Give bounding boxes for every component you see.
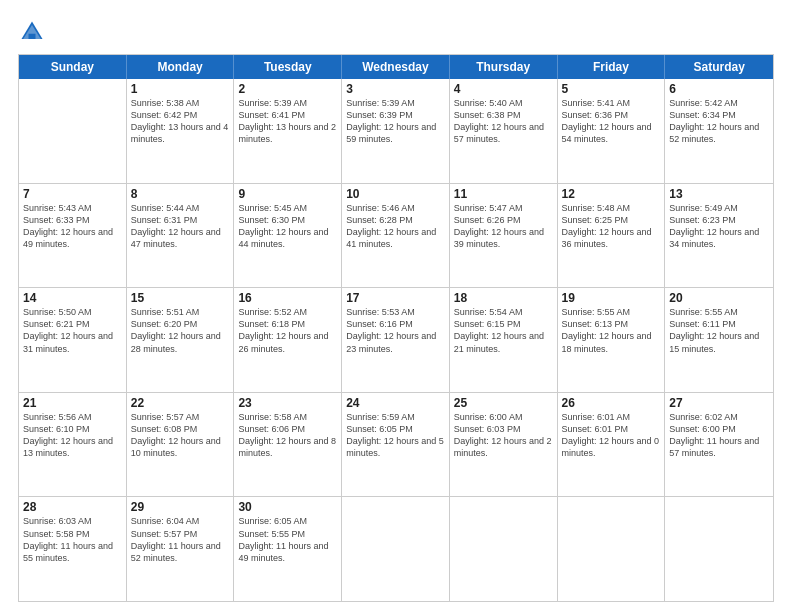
calendar-cell-day-1: 1Sunrise: 5:38 AMSunset: 6:42 PMDaylight… (127, 79, 235, 183)
calendar-cell-day-14: 14Sunrise: 5:50 AMSunset: 6:21 PMDayligh… (19, 288, 127, 392)
day-number: 24 (346, 396, 445, 410)
cell-info: Sunrise: 5:51 AMSunset: 6:20 PMDaylight:… (131, 306, 230, 355)
cell-info: Sunrise: 5:50 AMSunset: 6:21 PMDaylight:… (23, 306, 122, 355)
calendar-cell-empty (665, 497, 773, 601)
day-number: 18 (454, 291, 553, 305)
calendar-cell-day-6: 6Sunrise: 5:42 AMSunset: 6:34 PMDaylight… (665, 79, 773, 183)
cell-info: Sunrise: 6:02 AMSunset: 6:00 PMDaylight:… (669, 411, 769, 460)
day-number: 16 (238, 291, 337, 305)
calendar-cell-day-10: 10Sunrise: 5:46 AMSunset: 6:28 PMDayligh… (342, 184, 450, 288)
calendar-row-1: 1Sunrise: 5:38 AMSunset: 6:42 PMDaylight… (19, 79, 773, 184)
calendar-row-3: 14Sunrise: 5:50 AMSunset: 6:21 PMDayligh… (19, 288, 773, 393)
calendar-cell-day-29: 29Sunrise: 6:04 AMSunset: 5:57 PMDayligh… (127, 497, 235, 601)
calendar-row-5: 28Sunrise: 6:03 AMSunset: 5:58 PMDayligh… (19, 497, 773, 601)
cell-info: Sunrise: 5:43 AMSunset: 6:33 PMDaylight:… (23, 202, 122, 251)
cell-info: Sunrise: 5:44 AMSunset: 6:31 PMDaylight:… (131, 202, 230, 251)
day-number: 12 (562, 187, 661, 201)
calendar-cell-day-15: 15Sunrise: 5:51 AMSunset: 6:20 PMDayligh… (127, 288, 235, 392)
calendar-cell-empty (342, 497, 450, 601)
cell-info: Sunrise: 6:03 AMSunset: 5:58 PMDaylight:… (23, 515, 122, 564)
cell-info: Sunrise: 5:58 AMSunset: 6:06 PMDaylight:… (238, 411, 337, 460)
calendar-cell-empty (558, 497, 666, 601)
calendar-cell-day-22: 22Sunrise: 5:57 AMSunset: 6:08 PMDayligh… (127, 393, 235, 497)
cell-info: Sunrise: 6:05 AMSunset: 5:55 PMDaylight:… (238, 515, 337, 564)
day-number: 7 (23, 187, 122, 201)
day-number: 2 (238, 82, 337, 96)
cell-info: Sunrise: 5:41 AMSunset: 6:36 PMDaylight:… (562, 97, 661, 146)
calendar-cell-day-4: 4Sunrise: 5:40 AMSunset: 6:38 PMDaylight… (450, 79, 558, 183)
cell-info: Sunrise: 5:47 AMSunset: 6:26 PMDaylight:… (454, 202, 553, 251)
cell-info: Sunrise: 5:46 AMSunset: 6:28 PMDaylight:… (346, 202, 445, 251)
calendar-cell-day-13: 13Sunrise: 5:49 AMSunset: 6:23 PMDayligh… (665, 184, 773, 288)
day-number: 20 (669, 291, 769, 305)
weekday-header-monday: Monday (127, 55, 235, 79)
calendar-row-2: 7Sunrise: 5:43 AMSunset: 6:33 PMDaylight… (19, 184, 773, 289)
calendar-cell-day-25: 25Sunrise: 6:00 AMSunset: 6:03 PMDayligh… (450, 393, 558, 497)
calendar-row-4: 21Sunrise: 5:56 AMSunset: 6:10 PMDayligh… (19, 393, 773, 498)
day-number: 25 (454, 396, 553, 410)
weekday-header-friday: Friday (558, 55, 666, 79)
calendar-header: SundayMondayTuesdayWednesdayThursdayFrid… (19, 55, 773, 79)
day-number: 30 (238, 500, 337, 514)
cell-info: Sunrise: 5:49 AMSunset: 6:23 PMDaylight:… (669, 202, 769, 251)
cell-info: Sunrise: 5:56 AMSunset: 6:10 PMDaylight:… (23, 411, 122, 460)
calendar-cell-day-19: 19Sunrise: 5:55 AMSunset: 6:13 PMDayligh… (558, 288, 666, 392)
day-number: 26 (562, 396, 661, 410)
header (18, 18, 774, 46)
day-number: 29 (131, 500, 230, 514)
day-number: 5 (562, 82, 661, 96)
day-number: 28 (23, 500, 122, 514)
calendar-cell-day-24: 24Sunrise: 5:59 AMSunset: 6:05 PMDayligh… (342, 393, 450, 497)
svg-rect-2 (29, 34, 36, 39)
day-number: 22 (131, 396, 230, 410)
day-number: 11 (454, 187, 553, 201)
cell-info: Sunrise: 6:00 AMSunset: 6:03 PMDaylight:… (454, 411, 553, 460)
calendar-cell-empty (19, 79, 127, 183)
cell-info: Sunrise: 5:39 AMSunset: 6:41 PMDaylight:… (238, 97, 337, 146)
cell-info: Sunrise: 5:55 AMSunset: 6:11 PMDaylight:… (669, 306, 769, 355)
calendar-cell-day-2: 2Sunrise: 5:39 AMSunset: 6:41 PMDaylight… (234, 79, 342, 183)
calendar-cell-day-26: 26Sunrise: 6:01 AMSunset: 6:01 PMDayligh… (558, 393, 666, 497)
calendar-cell-day-12: 12Sunrise: 5:48 AMSunset: 6:25 PMDayligh… (558, 184, 666, 288)
cell-info: Sunrise: 5:39 AMSunset: 6:39 PMDaylight:… (346, 97, 445, 146)
cell-info: Sunrise: 5:45 AMSunset: 6:30 PMDaylight:… (238, 202, 337, 251)
weekday-header-thursday: Thursday (450, 55, 558, 79)
weekday-header-wednesday: Wednesday (342, 55, 450, 79)
calendar-cell-day-11: 11Sunrise: 5:47 AMSunset: 6:26 PMDayligh… (450, 184, 558, 288)
calendar-cell-day-23: 23Sunrise: 5:58 AMSunset: 6:06 PMDayligh… (234, 393, 342, 497)
calendar-cell-day-20: 20Sunrise: 5:55 AMSunset: 6:11 PMDayligh… (665, 288, 773, 392)
cell-info: Sunrise: 5:57 AMSunset: 6:08 PMDaylight:… (131, 411, 230, 460)
day-number: 3 (346, 82, 445, 96)
calendar-cell-day-3: 3Sunrise: 5:39 AMSunset: 6:39 PMDaylight… (342, 79, 450, 183)
calendar: SundayMondayTuesdayWednesdayThursdayFrid… (18, 54, 774, 602)
cell-info: Sunrise: 5:42 AMSunset: 6:34 PMDaylight:… (669, 97, 769, 146)
logo (18, 18, 50, 46)
calendar-cell-day-18: 18Sunrise: 5:54 AMSunset: 6:15 PMDayligh… (450, 288, 558, 392)
day-number: 17 (346, 291, 445, 305)
calendar-cell-day-5: 5Sunrise: 5:41 AMSunset: 6:36 PMDaylight… (558, 79, 666, 183)
weekday-header-tuesday: Tuesday (234, 55, 342, 79)
day-number: 14 (23, 291, 122, 305)
day-number: 19 (562, 291, 661, 305)
day-number: 4 (454, 82, 553, 96)
calendar-cell-day-7: 7Sunrise: 5:43 AMSunset: 6:33 PMDaylight… (19, 184, 127, 288)
day-number: 23 (238, 396, 337, 410)
cell-info: Sunrise: 5:52 AMSunset: 6:18 PMDaylight:… (238, 306, 337, 355)
calendar-cell-day-8: 8Sunrise: 5:44 AMSunset: 6:31 PMDaylight… (127, 184, 235, 288)
calendar-cell-day-21: 21Sunrise: 5:56 AMSunset: 6:10 PMDayligh… (19, 393, 127, 497)
day-number: 1 (131, 82, 230, 96)
day-number: 13 (669, 187, 769, 201)
calendar-cell-day-28: 28Sunrise: 6:03 AMSunset: 5:58 PMDayligh… (19, 497, 127, 601)
calendar-body: 1Sunrise: 5:38 AMSunset: 6:42 PMDaylight… (19, 79, 773, 601)
calendar-cell-day-17: 17Sunrise: 5:53 AMSunset: 6:16 PMDayligh… (342, 288, 450, 392)
calendar-page: SundayMondayTuesdayWednesdayThursdayFrid… (0, 0, 792, 612)
weekday-header-saturday: Saturday (665, 55, 773, 79)
calendar-cell-day-27: 27Sunrise: 6:02 AMSunset: 6:00 PMDayligh… (665, 393, 773, 497)
day-number: 9 (238, 187, 337, 201)
day-number: 15 (131, 291, 230, 305)
day-number: 8 (131, 187, 230, 201)
weekday-header-sunday: Sunday (19, 55, 127, 79)
cell-info: Sunrise: 5:38 AMSunset: 6:42 PMDaylight:… (131, 97, 230, 146)
cell-info: Sunrise: 6:01 AMSunset: 6:01 PMDaylight:… (562, 411, 661, 460)
calendar-cell-day-9: 9Sunrise: 5:45 AMSunset: 6:30 PMDaylight… (234, 184, 342, 288)
